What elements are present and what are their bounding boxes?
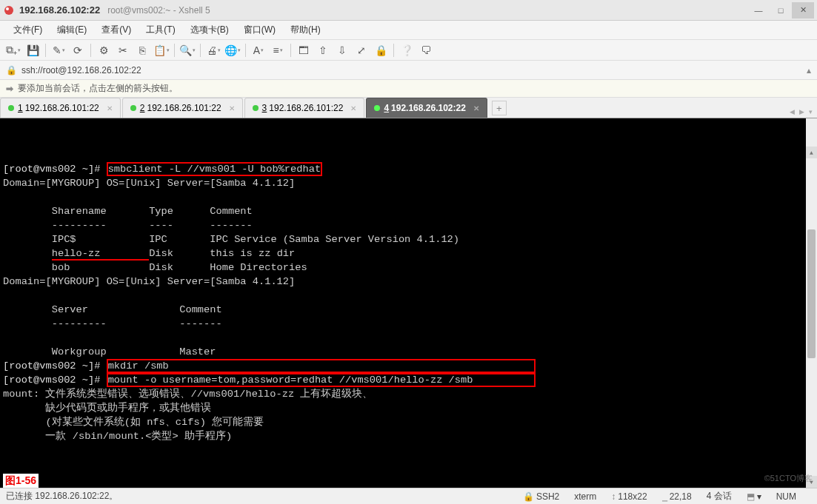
info-bar: ➡ 要添加当前会话，点击左侧的箭头按钮。 [0, 80, 817, 98]
svg-point-0 [4, 6, 13, 15]
address-text[interactable]: ssh://root@192.168.26.102:22 [21, 65, 807, 75]
menu-item-3[interactable]: 工具(T) [139, 21, 182, 39]
app-icon [3, 4, 15, 16]
status-num: NUM [776, 491, 796, 502]
tab-nav-menu-icon[interactable]: ▾ [807, 108, 814, 115]
settings-icon[interactable]: ⚙ [95, 42, 113, 58]
status-connection: 已连接 192.168.26.102:22。 [6, 490, 118, 503]
maximize-button[interactable]: □ [770, 2, 792, 19]
terminal[interactable]: ▲ ▼ [root@vms002 ~]# smbclient -L //vms0… [0, 118, 817, 488]
toolbar-separator [90, 44, 91, 57]
status-protocol: 🔒SSH2 [523, 491, 559, 502]
rainbow-icon[interactable]: ≡ [269, 42, 287, 58]
tab-3[interactable]: 3192.168.26.101:22✕ [244, 98, 365, 118]
highlighted-cmd-1: smbclient -L //vms001 -U bob%redhat [107, 162, 322, 176]
tab-label: 192.168.26.102:22 [391, 103, 466, 113]
highlight-icon[interactable]: A [250, 42, 267, 58]
tab-label: 192.168.26.101:22 [269, 103, 343, 113]
download-icon[interactable]: ⇩ [333, 42, 351, 58]
scroll-up-button[interactable]: ▲ [806, 147, 817, 158]
window-controls: — □ ✕ [747, 2, 814, 19]
copy-icon[interactable]: ⎘ [133, 42, 151, 58]
scrollbar[interactable]: ▲ ▼ [806, 118, 817, 488]
tab-close-icon[interactable]: ✕ [107, 104, 113, 112]
chat-icon[interactable]: 🗨 [417, 42, 435, 58]
status-termtype: xterm [574, 491, 596, 502]
tab-close-icon[interactable]: ✕ [229, 104, 235, 112]
lock-icon: 🔒 [523, 491, 534, 502]
lock-icon[interactable]: 🔒 [372, 42, 390, 58]
tab-1[interactable]: 1192.168.26.101:22✕ [0, 98, 121, 118]
tab-close-icon[interactable]: ✕ [350, 104, 356, 112]
tab-nav: ◀ ▶ ▾ [788, 108, 814, 115]
toolbar-separator [290, 44, 291, 57]
encoding-icon[interactable]: 🌐 [224, 42, 241, 58]
arrow-icon[interactable]: ➡ [6, 84, 13, 94]
address-bar: 🔒 ssh://root@192.168.26.102:22 ▴ [0, 61, 817, 80]
status-dot-icon [253, 105, 259, 111]
tab-2[interactable]: 2192.168.26.101:22✕ [122, 98, 243, 118]
title-bar: 192.168.26.102:22 root@vms002:~ - Xshell… [0, 0, 817, 21]
toolbar-separator [393, 44, 394, 57]
menu-item-0[interactable]: 文件(F) [6, 21, 50, 39]
tab-index: 3 [262, 103, 267, 113]
scroll-thumb[interactable] [807, 229, 816, 359]
tab-nav-right-icon[interactable]: ▶ [798, 108, 806, 115]
menu-item-2[interactable]: 查看(V) [94, 21, 139, 39]
highlighted-cmd-2: mkdir /smb [107, 359, 536, 373]
svg-point-1 [6, 7, 9, 10]
profile-icon[interactable]: 🗔 [295, 42, 313, 58]
fullscreen-icon[interactable]: ⤢ [353, 42, 370, 58]
wand-icon[interactable]: ✎ [50, 42, 67, 58]
window-host: 192.168.26.102:22 [19, 4, 100, 16]
tab-add-button[interactable]: + [492, 101, 507, 115]
collapse-icon[interactable]: ▴ [807, 65, 811, 75]
tab-label: 192.168.26.101:22 [147, 103, 221, 113]
tab-bar: 1192.168.26.101:22✕2192.168.26.101:22✕31… [0, 98, 817, 118]
status-ctrl: ⬒▾ [747, 491, 761, 502]
upload-icon[interactable]: ⇧ [314, 42, 332, 58]
cursor-icon: ⎯ [662, 491, 667, 502]
menu-item-6[interactable]: 帮助(H) [283, 21, 328, 39]
toolbar-separator [45, 44, 46, 57]
font-scale-icon[interactable]: 🖨 [204, 42, 222, 58]
search-icon[interactable]: 🔍 [179, 42, 196, 58]
lock-icon: 🔒 [6, 65, 17, 75]
highlighted-cmd-3: mount -o username=tom,password=redhat //… [107, 373, 536, 387]
figure-label: 图1-56 [3, 474, 39, 488]
close-button[interactable]: ✕ [792, 2, 814, 19]
paste-icon[interactable]: 📋 [153, 42, 170, 58]
scissors-icon[interactable]: ✂ [114, 42, 132, 58]
minimize-button[interactable]: — [747, 2, 770, 19]
tab-4[interactable]: 4192.168.26.102:22✕ [366, 98, 487, 118]
ctrl-indicator-icon: ⬒ [747, 491, 755, 502]
toolbar-separator [245, 44, 246, 57]
tab-index: 2 [140, 103, 145, 113]
status-sessions: 4 会话 [707, 490, 732, 503]
tab-index: 1 [18, 103, 23, 113]
toolbar-separator [174, 44, 175, 57]
info-text: 要添加当前会话，点击左侧的箭头按钮。 [18, 82, 178, 95]
status-bar: 已连接 192.168.26.102:22。 🔒SSH2 xterm ↕118x… [0, 488, 817, 504]
new-session-icon[interactable]: ⧉₊ [4, 42, 22, 58]
status-cursor: ⎯22,18 [662, 491, 692, 502]
reconnect-icon[interactable]: ⟳ [69, 42, 87, 58]
menu-item-5[interactable]: 窗口(W) [236, 21, 283, 39]
toolbar-separator [200, 44, 201, 57]
tab-index: 4 [384, 103, 389, 113]
underlined-share: hello-zz [52, 248, 149, 261]
tab-label: 192.168.26.101:22 [25, 103, 99, 113]
toolbar: ⧉₊💾✎⟳⚙✂⎘📋🔍🖨🌐A≡🗔⇧⇩⤢🔒❔🗨 [0, 40, 817, 61]
menu-item-1[interactable]: 编辑(E) [50, 21, 94, 39]
status-size: ↕118x22 [611, 491, 647, 502]
help-icon[interactable]: ❔ [398, 42, 416, 58]
resize-icon: ↕ [611, 491, 616, 502]
tab-close-icon[interactable]: ✕ [473, 104, 479, 112]
status-dot-icon [8, 105, 14, 111]
save-icon[interactable]: 💾 [24, 42, 41, 58]
terminal-content: [root@vms002 ~]# smbclient -L //vms001 -… [3, 162, 814, 443]
menu-item-4[interactable]: 选项卡(B) [183, 21, 236, 39]
tab-nav-left-icon[interactable]: ◀ [788, 108, 796, 115]
status-dot-icon [130, 105, 136, 111]
status-dot-icon [374, 105, 380, 111]
